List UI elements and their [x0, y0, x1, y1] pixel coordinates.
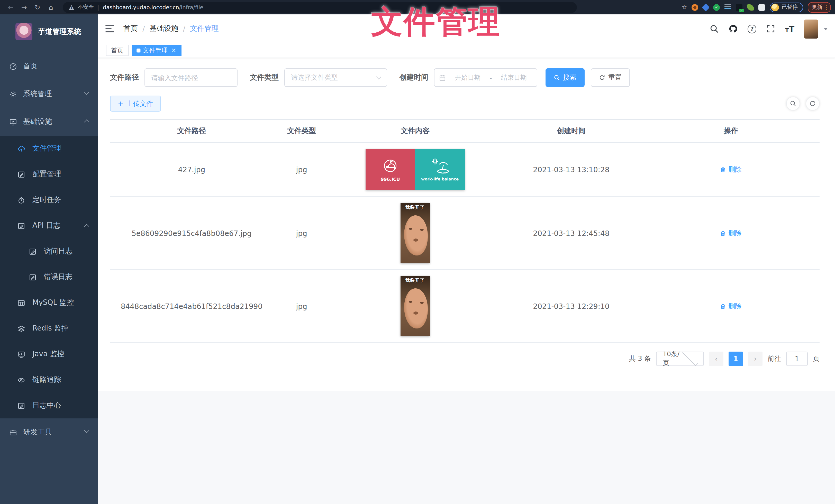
- breadcrumb-infra[interactable]: 基础设施: [149, 24, 178, 34]
- upload-file-button[interactable]: + 上传文件: [110, 96, 161, 111]
- close-icon[interactable]: ×: [171, 47, 176, 54]
- extension-grid-icon[interactable]: [725, 4, 731, 10]
- extension-switch-icon[interactable]: on: [736, 4, 742, 10]
- extensions-puzzle-icon[interactable]: [758, 4, 765, 10]
- user-avatar[interactable]: [804, 19, 818, 38]
- extension-gear-icon[interactable]: [692, 4, 698, 10]
- page-number-button[interactable]: 1: [729, 352, 743, 366]
- create-time-label: 创建时间: [400, 73, 428, 82]
- date-start-placeholder: 开始日期: [449, 73, 486, 82]
- help-icon[interactable]: ?: [748, 24, 757, 33]
- reset-button[interactable]: 重置: [591, 68, 630, 87]
- column-header-type: 文件类型: [273, 120, 330, 143]
- sidebar-menu: 首页 系统管理 基础设施 文件管理: [0, 52, 98, 446]
- chevron-down-icon: [376, 74, 381, 79]
- table-row: 427.jpg jpg 996.ICU: [110, 143, 819, 196]
- browser-reload-icon[interactable]: ↻: [31, 3, 44, 11]
- file-preview-image[interactable]: 我裂开了: [401, 203, 430, 263]
- cell-actions: 删除: [642, 143, 819, 196]
- file-preview-image[interactable]: 我裂开了: [401, 276, 430, 336]
- search-icon[interactable]: [710, 24, 719, 34]
- cell-file-path: 8448cada8c714e4ab61f521c8da21990: [110, 270, 273, 342]
- tag-file-management[interactable]: 文件管理 ×: [131, 45, 182, 56]
- edit-square-icon: [18, 170, 25, 178]
- browser-forward-icon[interactable]: →: [18, 3, 31, 11]
- browser-address-bar[interactable]: ! 不安全 | dashboard.yudao.iocoder.cn/infra…: [63, 2, 577, 13]
- cell-file-type: jpg: [273, 196, 330, 270]
- cell-file-content: 996.ICU work-life balance: [330, 143, 500, 196]
- sidebar-item-system[interactable]: 系统管理: [0, 80, 98, 108]
- sidebar-item-api-log[interactable]: API 日志: [0, 213, 98, 238]
- worklife-panel: work-life balance: [415, 149, 465, 190]
- sidebar-logo[interactable]: 芋道管理系统: [0, 14, 98, 47]
- meme-caption: 我裂开了: [401, 205, 430, 211]
- sidebar-item-scheduled-jobs[interactable]: 定时任务: [0, 187, 98, 213]
- delete-button-label: 删除: [728, 301, 742, 311]
- chevron-up-icon: [84, 224, 89, 229]
- breadcrumb-home[interactable]: 首页: [123, 24, 138, 34]
- font-size-icon[interactable]: TT: [786, 24, 795, 34]
- date-end-placeholder: 结束日期: [496, 73, 532, 82]
- profile-paused-pill[interactable]: 已暂停: [770, 2, 803, 12]
- app-layout: 芋道管理系统 首页 系统管理 基础设施: [0, 14, 835, 504]
- extension-check-icon[interactable]: ✓: [713, 4, 720, 10]
- cell-file-path: 427.jpg: [110, 143, 273, 196]
- sidebar-item-mysql-monitor[interactable]: MySQL 监控: [0, 290, 98, 316]
- browser-home-icon[interactable]: ⌂: [44, 3, 58, 11]
- browser-menu-icon[interactable]: [826, 4, 827, 10]
- file-path-label: 文件路径: [110, 73, 139, 82]
- log-edit-icon: [29, 248, 37, 255]
- column-header-content: 文件内容: [330, 120, 500, 143]
- sidebar-item-infra[interactable]: 基础设施: [0, 108, 98, 136]
- file-path-input[interactable]: [144, 68, 238, 87]
- tag-home[interactable]: 首页: [106, 45, 128, 56]
- toggle-search-button[interactable]: [786, 97, 800, 110]
- briefcase-icon: [9, 428, 17, 436]
- sidebar-submenu-infra: 文件管理 配置管理 定时任务 API 日志: [0, 136, 98, 418]
- search-icon: [790, 100, 796, 107]
- sidebar-item-redis-monitor[interactable]: Redis 监控: [0, 316, 98, 341]
- sidebar-item-label: Java 监控: [33, 350, 64, 359]
- sidebar-item-log-center[interactable]: 日志中心: [0, 393, 98, 418]
- sidebar-item-access-log[interactable]: 访问日志: [0, 238, 98, 264]
- logo-image: [16, 23, 33, 40]
- gear-icon: [9, 90, 17, 98]
- browser-update-button[interactable]: 更新: [808, 2, 831, 13]
- prev-page-button[interactable]: ‹: [709, 352, 724, 366]
- sidebar-item-trace[interactable]: 链路追踪: [0, 367, 98, 393]
- column-header-path: 文件路径: [110, 120, 273, 143]
- select-placeholder: 请选择文件类型: [291, 73, 377, 82]
- file-type-select[interactable]: 请选择文件类型: [284, 68, 387, 87]
- table-toolbar: + 上传文件: [110, 96, 819, 111]
- page-size-select[interactable]: 10条/页: [656, 352, 704, 366]
- total-count-label: 共 3 条: [629, 354, 651, 363]
- goto-page-input[interactable]: [786, 352, 808, 366]
- screen: ← → ↻ ⌂ ! 不安全 | dashboard.yudao.iocoder.…: [0, 0, 835, 504]
- sidebar-item-home[interactable]: 首页: [0, 52, 98, 80]
- sidebar-item-java-monitor[interactable]: Java 监控: [0, 341, 98, 367]
- user-menu-caret-icon[interactable]: [824, 27, 828, 30]
- browser-back-icon[interactable]: ←: [4, 3, 18, 11]
- delete-button[interactable]: 删除: [720, 165, 742, 174]
- sidebar-item-error-log[interactable]: 错误日志: [0, 264, 98, 290]
- file-preview-image[interactable]: 996.ICU work-life balance: [366, 149, 465, 190]
- date-range-picker[interactable]: 开始日期 - 结束日期: [434, 68, 537, 87]
- refresh-table-button[interactable]: [806, 97, 819, 110]
- chevron-down-icon: [84, 428, 89, 433]
- browser-chrome: ← → ↻ ⌂ ! 不安全 | dashboard.yudao.iocoder.…: [0, 0, 835, 14]
- sidebar-item-config[interactable]: 配置管理: [0, 162, 98, 187]
- extension-leaf-icon[interactable]: [747, 3, 754, 11]
- delete-button[interactable]: 删除: [720, 301, 742, 311]
- sidebar-toggle-icon[interactable]: [105, 25, 114, 32]
- fullscreen-icon[interactable]: [766, 24, 776, 34]
- search-button[interactable]: 搜索: [546, 68, 585, 87]
- delete-button[interactable]: 删除: [720, 229, 742, 238]
- extension-blue-icon[interactable]: [702, 3, 710, 11]
- bookmark-star-icon[interactable]: ☆: [681, 4, 687, 11]
- github-icon[interactable]: [729, 24, 738, 34]
- update-label: 更新: [812, 4, 822, 11]
- sidebar-item-label: 系统管理: [23, 89, 52, 99]
- sidebar-item-file-management[interactable]: 文件管理: [0, 136, 98, 162]
- next-page-button[interactable]: ›: [748, 352, 762, 366]
- sidebar-item-dev-tools[interactable]: 研发工具: [0, 418, 98, 446]
